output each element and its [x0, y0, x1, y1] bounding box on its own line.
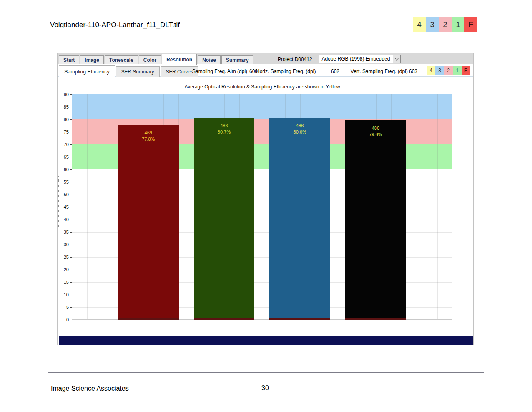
y-tick-mark: [70, 307, 72, 308]
y-tick-label: 50: [58, 192, 69, 197]
colorspace-select[interactable]: Adobe RGB (1998)-Embedded: [319, 55, 401, 63]
tab-tonescale[interactable]: Tonescale: [105, 55, 138, 64]
grade-badge-1: 1: [452, 17, 464, 32]
y-tick-mark: [70, 94, 72, 95]
gridline: [72, 107, 452, 107]
vert-sampling-freq-value: 603: [409, 68, 417, 74]
y-tick-label: 30: [58, 242, 69, 248]
y-tick-mark: [70, 270, 72, 270]
horiz-sampling-freq-value: 602: [331, 68, 339, 74]
page-number: 30: [261, 384, 269, 392]
panel-footer-bar: [59, 336, 473, 345]
tab-bar: Start Image Tonescale Color Resolution N…: [58, 53, 473, 64]
bar-4: 48079.6%: [345, 120, 406, 320]
project-id-label: Project:D00412: [278, 56, 312, 62]
y-tick-label: 5: [58, 304, 69, 310]
bar-1: 46977.8%: [118, 125, 179, 320]
bar-2: 48680.7%: [194, 118, 255, 320]
y-tick-mark: [70, 232, 72, 233]
vert-sampling-freq-label: Vert. Sampling Freq. (dpi): [351, 68, 408, 74]
y-tick-mark: [70, 107, 72, 107]
y-tick-label: 10: [58, 292, 69, 298]
subtab-sampling-efficiency[interactable]: Sampling Efficiency: [59, 65, 115, 77]
y-tick-label: 65: [58, 154, 69, 160]
grade-badge-2: 2: [439, 17, 452, 32]
y-tick-mark: [70, 207, 72, 207]
y-tick-label: 70: [58, 142, 69, 147]
y-tick-mark: [70, 295, 72, 295]
tab-noise[interactable]: Noise: [198, 55, 221, 64]
footer-company-name: Image Science Associates: [51, 385, 129, 392]
sampling-freq-aim-label: Sampling Freq. Aim (dpi): [192, 68, 247, 74]
chart-title: Average Optical Resolution & Sampling Ef…: [72, 84, 452, 90]
grade-badge-3: 3: [435, 66, 444, 75]
tab-resolution[interactable]: Resolution: [162, 54, 197, 65]
grade-badge-4: 4: [413, 17, 426, 32]
document-title: Voigtlander-110-APO-Lanthar_f11_DLT.tif: [50, 21, 180, 29]
bar-value-label: 48680.6%: [269, 118, 330, 135]
grade-badge-f: F: [462, 66, 470, 75]
y-tick-label: 55: [58, 179, 69, 185]
subtab-bar: Sampling Efficiency SFR Summary SFR Curv…: [58, 65, 473, 77]
y-tick-label: 90: [58, 91, 69, 97]
tab-start[interactable]: Start: [59, 55, 79, 64]
tab-summary[interactable]: Summary: [221, 55, 253, 64]
y-tick-label: 85: [58, 104, 69, 110]
y-tick-mark: [70, 182, 72, 182]
y-tick-label: 0: [58, 317, 69, 323]
y-tick-mark: [70, 195, 72, 195]
y-tick-mark: [70, 220, 72, 220]
y-tick-label: 45: [58, 204, 69, 210]
y-tick-label: 40: [58, 217, 69, 222]
y-tick-mark: [70, 257, 72, 258]
grade-badge-2: 2: [444, 66, 453, 75]
y-tick-mark: [70, 320, 72, 320]
grade-badges-large: 4321F: [413, 17, 477, 32]
tab-color[interactable]: Color: [139, 55, 161, 64]
bar-value-label: 46977.8%: [118, 125, 179, 142]
grade-badge-4: 4: [427, 66, 435, 75]
footer-divider: [48, 372, 484, 373]
grade-badges-small: 4321F: [427, 66, 470, 75]
subtab-sfr-summary[interactable]: SFR Summary: [116, 66, 160, 77]
y-tick-mark: [70, 132, 72, 132]
y-tick-label: 25: [58, 254, 69, 260]
y-tick-label: 35: [58, 229, 69, 235]
bar-3: 48680.6%: [269, 118, 330, 320]
y-tick-mark: [70, 282, 72, 283]
y-tick-label: 80: [58, 116, 69, 122]
y-tick-mark: [70, 245, 72, 245]
y-tick-mark: [70, 169, 72, 170]
horiz-sampling-freq-label: Horiz. Sampling Freq. (dpi): [256, 68, 316, 74]
y-tick-label: 20: [58, 267, 69, 273]
grade-badge-3: 3: [426, 17, 439, 32]
y-tick-label: 15: [58, 279, 69, 285]
colorspace-selected-value: Adobe RGB (1998)-Embedded: [319, 56, 393, 62]
bar-value-label: 48079.6%: [345, 120, 406, 138]
y-tick-mark: [70, 119, 72, 120]
y-tick-label: 75: [58, 129, 69, 135]
y-tick-mark: [70, 144, 72, 145]
grade-badge-f: F: [464, 17, 477, 32]
bar-value-label: 48680.7%: [194, 118, 255, 135]
plot-area: 46977.8%48680.7%48680.6%48079.6%: [72, 94, 452, 320]
grade-badge-1: 1: [453, 66, 462, 75]
chevron-down-icon[interactable]: [393, 55, 400, 63]
y-tick-mark: [70, 157, 72, 157]
y-tick-label: 60: [58, 167, 69, 172]
tab-image[interactable]: Image: [80, 55, 104, 64]
main-panel: Start Image Tonescale Color Resolution N…: [57, 53, 474, 345]
